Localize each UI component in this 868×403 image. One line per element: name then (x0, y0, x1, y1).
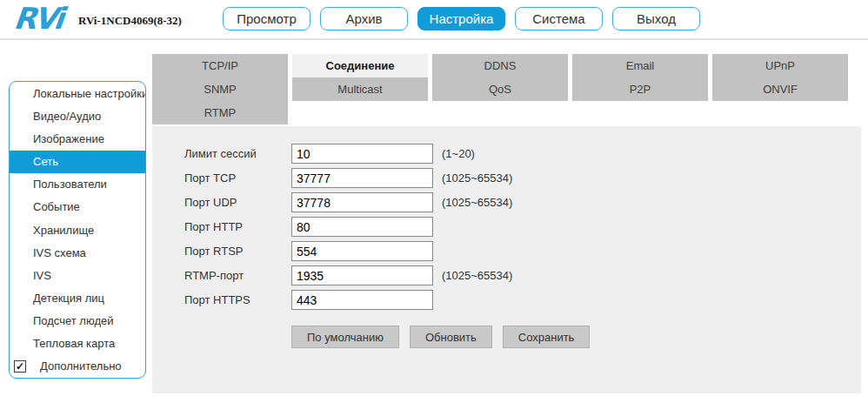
tab-ddns[interactable]: DDNS (432, 54, 568, 77)
form-row-rtmp-port: RTMP-порт (1025~65534) (152, 265, 861, 285)
udp-port-input[interactable] (291, 192, 433, 212)
rtsp-port-input[interactable] (291, 241, 433, 261)
tab-upnp[interactable]: UPnP (712, 54, 848, 77)
sidebar-item-additional-label: Дополнительно (40, 355, 122, 378)
https-port-input[interactable] (291, 290, 433, 310)
save-button[interactable]: Сохранить (503, 326, 591, 348)
tcp-port-input[interactable] (291, 168, 433, 188)
tcp-port-label: Порт TCP (184, 168, 236, 188)
session-limit-label: Лимит сессий (184, 144, 257, 164)
connection-settings-panel: Лимит сессий (1~20) Порт TCP (1025~65534… (152, 126, 861, 393)
form-row-http-port: Порт HTTP (152, 217, 861, 237)
rvi-logo: RVi (12, 1, 63, 36)
settings-sidebar: Локальные настройки Видео/Аудио Изображе… (9, 81, 146, 379)
form-row-rtsp-port: Порт RTSP (152, 241, 861, 261)
additional-checkbox[interactable]: ✓ (14, 360, 26, 373)
rtmp-port-range-hint: (1025~65534) (442, 265, 512, 285)
sidebar-item-event[interactable]: Событие (10, 196, 145, 218)
nav-settings-button[interactable]: Настройка (417, 7, 505, 30)
tab-column-4: Email P2P (572, 54, 708, 124)
sidebar-item-video-audio[interactable]: Видео/Аудио (10, 105, 145, 128)
default-button[interactable]: По умолчанию (291, 326, 399, 348)
tab-rtmp[interactable]: RTMP (152, 101, 288, 124)
tab-tcpip[interactable]: TCP/IP (152, 54, 288, 77)
session-limit-input[interactable] (291, 144, 433, 164)
session-limit-range-hint: (1~20) (442, 144, 475, 164)
network-tabs: TCP/IP SNMP RTMP Соединение Multicast DD… (152, 54, 848, 124)
sidebar-item-network[interactable]: Сеть (10, 151, 145, 173)
nav-exit-button[interactable]: Выход (612, 7, 700, 30)
tab-onvif[interactable]: ONVIF (712, 77, 848, 101)
sidebar-item-people-counting[interactable]: Подсчет людей (10, 310, 145, 332)
tab-column-2: Соединение Multicast (292, 54, 428, 124)
refresh-button[interactable]: Обновить (410, 326, 492, 348)
sidebar-item-heat-map[interactable]: Тепловая карта (10, 332, 145, 355)
nav-system-button[interactable]: Система (515, 7, 603, 30)
form-actions: По умолчанию Обновить Сохранить (291, 326, 590, 348)
tab-p2p[interactable]: P2P (572, 77, 708, 101)
udp-port-range-hint: (1025~65534) (442, 192, 512, 212)
http-port-label: Порт HTTP (184, 217, 243, 237)
https-port-label: Порт HTTPS (184, 290, 250, 310)
rtmp-port-label: RTMP-порт (184, 265, 244, 285)
top-nav: Просмотр Архив Настройка Система Выход (223, 7, 700, 30)
tab-column-5: UPnP ONVIF (712, 54, 848, 124)
udp-port-label: Порт UDP (184, 192, 237, 212)
rtmp-port-input[interactable] (291, 265, 433, 285)
sidebar-item-ivs-scheme[interactable]: IVS схема (10, 242, 145, 265)
sidebar-item-ivs[interactable]: IVS (10, 265, 145, 287)
tab-connection[interactable]: Соединение (292, 54, 428, 77)
device-model-label: RVi-1NCD4069(8-32) (78, 14, 182, 28)
sidebar-item-storage[interactable]: Хранилище (10, 219, 145, 242)
nav-view-button[interactable]: Просмотр (223, 7, 310, 30)
rtsp-port-label: Порт RTSP (184, 241, 244, 261)
header: RVi RVi-1NCD4069(8-32) Просмотр Архив На… (0, 0, 868, 40)
form-row-https-port: Порт HTTPS (152, 290, 861, 310)
tab-column-1: TCP/IP SNMP RTMP (152, 54, 288, 124)
sidebar-item-local-settings[interactable]: Локальные настройки (10, 83, 145, 105)
tab-snmp[interactable]: SNMP (152, 77, 288, 101)
tab-column-3: DDNS QoS (432, 54, 568, 124)
tab-multicast[interactable]: Multicast (292, 77, 428, 101)
form-row-session-limit: Лимит сессий (1~20) (152, 144, 861, 164)
sidebar-item-face-detection[interactable]: Детекция лиц (10, 287, 145, 310)
sidebar-item-image[interactable]: Изображение (10, 128, 145, 151)
http-port-input[interactable] (291, 217, 433, 237)
nav-archive-button[interactable]: Архив (320, 7, 408, 30)
sidebar-item-additional[interactable]: ✓ Дополнительно (10, 355, 145, 378)
page: RVi RVi-1NCD4069(8-32) Просмотр Архив На… (0, 0, 868, 403)
tab-qos[interactable]: QoS (432, 77, 568, 101)
form-row-tcp-port: Порт TCP (1025~65534) (152, 168, 861, 188)
tab-email[interactable]: Email (572, 54, 708, 77)
sidebar-item-users[interactable]: Пользователи (10, 173, 145, 196)
form-row-udp-port: Порт UDP (1025~65534) (152, 192, 861, 212)
tcp-port-range-hint: (1025~65534) (442, 168, 512, 188)
